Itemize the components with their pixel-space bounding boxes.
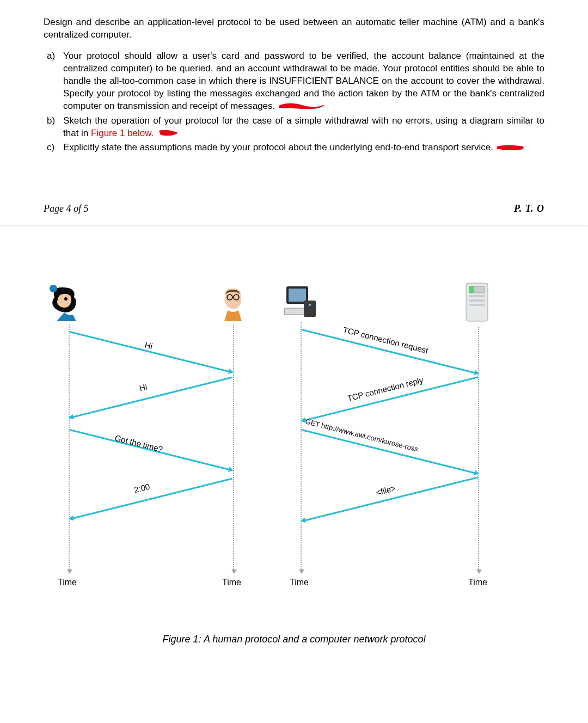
- svg-rect-15: [469, 304, 485, 306]
- subpart-c: c) Explicitly state the assumptions made…: [63, 142, 544, 154]
- msg-arrow-left: [70, 377, 233, 419]
- text-c: Explicitly state the assumptions made by…: [63, 142, 493, 152]
- svg-rect-12: [469, 286, 474, 293]
- question-subparts: a) Your protocol should allow a user's c…: [44, 50, 544, 155]
- subpart-a: a) Your protocol should allow a user's c…: [63, 50, 544, 113]
- figure-ref: Figure 1 below.: [91, 128, 154, 138]
- computer-icon: [283, 284, 318, 323]
- figure-caption: Figure 1: A human protocol and a compute…: [44, 634, 544, 645]
- svg-rect-6: [289, 289, 306, 302]
- figure-1: Time Time Time Time Hi Hi Got the time? …: [44, 281, 544, 629]
- msg-arrow-right: [302, 429, 479, 475]
- msg-hi-2: Hi: [138, 382, 148, 393]
- page-divider: [0, 225, 588, 226]
- redaction-mark-icon: [278, 101, 327, 111]
- server-icon: [463, 281, 493, 328]
- timeline-server: [478, 327, 479, 569]
- svg-rect-8: [304, 301, 316, 317]
- time-label: Time: [290, 578, 309, 587]
- svg-rect-14: [469, 299, 485, 302]
- msg-arrow-left: [302, 477, 479, 523]
- page-number: Page 4 of 5: [44, 203, 89, 215]
- man-icon: [218, 286, 249, 326]
- marker-b: b): [47, 115, 55, 127]
- msg-arrow-right: [70, 331, 233, 373]
- svg-point-9: [309, 304, 311, 306]
- subpart-b: b) Sketch the operation of your protocol…: [63, 115, 544, 140]
- redaction-mark-icon: [156, 128, 183, 138]
- timeline-client: [301, 322, 302, 569]
- svg-point-0: [64, 297, 68, 301]
- marker-c: c): [47, 142, 54, 154]
- msg-arrow-left: [70, 478, 233, 520]
- woman-icon: [48, 285, 88, 326]
- time-label: Time: [222, 578, 241, 587]
- timeline-person1: [69, 324, 70, 569]
- svg-rect-13: [469, 295, 485, 297]
- msg-got-time: Got the time?: [114, 433, 163, 454]
- redaction-mark-icon: [496, 143, 529, 153]
- timeline-person2: [233, 324, 234, 569]
- page-footer: Page 4 of 5 P. T. O: [44, 203, 544, 215]
- pto-note: P. T. O: [514, 203, 544, 215]
- question-intro: Design and describe an application-level…: [44, 16, 544, 41]
- time-label: Time: [58, 578, 77, 587]
- time-label: Time: [468, 578, 487, 587]
- msg-hi-1: Hi: [144, 340, 154, 351]
- msg-file: <file>: [375, 483, 396, 497]
- msg-time-value: 2:00: [133, 482, 150, 495]
- marker-a: a): [47, 50, 55, 63]
